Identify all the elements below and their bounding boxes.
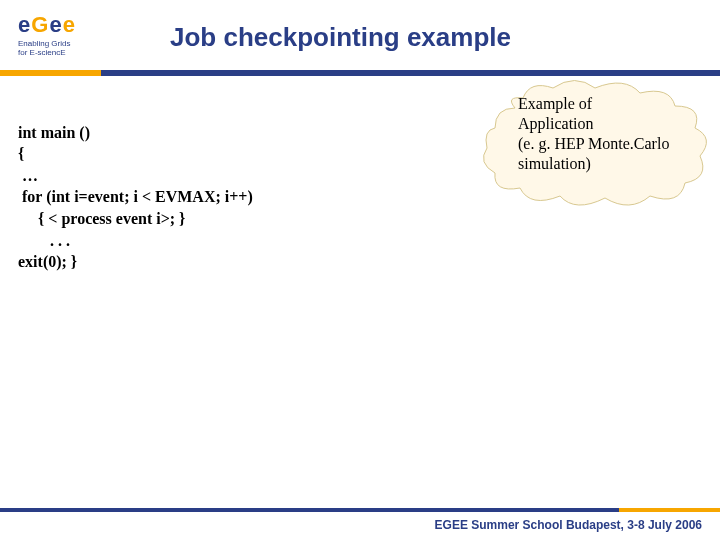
logo: eGee Enabling Grids for E-sciencE (18, 12, 98, 58)
callout-line: simulation) (518, 155, 591, 172)
code-line: for (int i=event; i < EVMAX; i++) (18, 188, 253, 205)
code-line: . . . (18, 232, 70, 249)
code-line: int main () (18, 124, 90, 141)
footer-text: EGEE Summer School Budapest, 3-8 July 20… (435, 518, 702, 532)
code-line: { (18, 145, 24, 162)
callout-bubble: Example of Application (e. g. HEP Monte.… (490, 80, 700, 200)
callout-line: Example of (518, 95, 592, 112)
logo-brand: eGee (18, 12, 98, 38)
logo-letter: e (63, 12, 76, 37)
logo-subtitle-line: Enabling Grids (18, 39, 70, 48)
logo-subtitle-line: for E-sciencE (18, 48, 66, 57)
code-block: int main () { … for (int i=event; i < EV… (18, 100, 328, 273)
code-line: exit(0); } (18, 253, 77, 270)
logo-subtitle: Enabling Grids for E-sciencE (18, 40, 98, 58)
callout-line: Application (518, 115, 594, 132)
logo-letter: e (18, 12, 31, 37)
logo-letter: G (31, 12, 49, 37)
callout-text: Example of Application (e. g. HEP Monte.… (518, 94, 688, 174)
footer-divider (0, 508, 720, 512)
logo-letter: e (49, 12, 62, 37)
code-line: { < process event i>; } (18, 210, 185, 227)
code-line: … (18, 167, 38, 184)
slide-title: Job checkpointing example (170, 22, 511, 53)
callout-line: (e. g. HEP Monte.Carlo (518, 135, 669, 152)
